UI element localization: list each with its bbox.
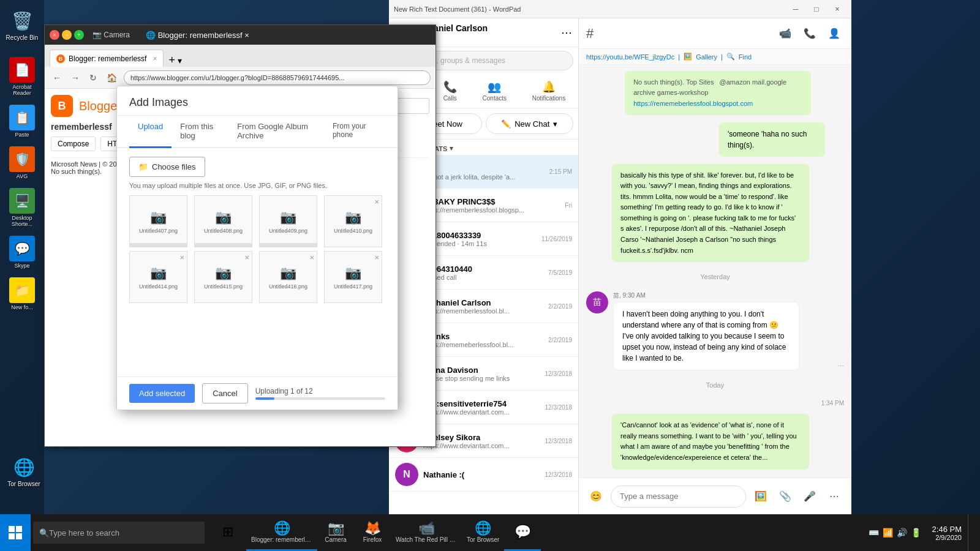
nav-notifications[interactable]: 🔔 Notifications	[526, 77, 571, 105]
minimize-btn[interactable]: ─	[786, 0, 805, 18]
tab-from-blog[interactable]: From this blog	[172, 116, 228, 148]
more-options-btn[interactable]: ⋯	[824, 487, 844, 506]
tab-upload[interactable]: Upload	[129, 116, 172, 148]
forward-btn[interactable]: →	[68, 71, 83, 84]
image-thumb-414[interactable]: 📷 Untitled414.png ×	[129, 251, 187, 303]
maximize-btn[interactable]: □	[807, 0, 826, 18]
emoji-btn[interactable]: 😊	[586, 487, 606, 506]
audio-btn[interactable]: 🎤	[800, 487, 820, 506]
compose-tab[interactable]: Compose	[51, 137, 96, 151]
desktop-sidebar: 🗑️ Recycle Bin 📄 Acrobat Reader 📋 Paste …	[0, 0, 44, 514]
tab-from-google[interactable]: From Google Album Archive	[228, 116, 324, 148]
remove-416-btn[interactable]: ×	[309, 253, 314, 262]
filename-416: Untitled416.png	[269, 283, 307, 290]
msg-received-1: I haven't been doing anything to you. I …	[613, 302, 799, 370]
chat-preview-406: Missed call	[423, 274, 543, 281]
camera-icon-408: 📷	[215, 209, 232, 225]
remove-417-btn[interactable]: ×	[374, 253, 379, 262]
msg-group-sent-3: basically his this type of shit. like' f…	[612, 164, 844, 263]
image-attach-btn[interactable]: 🖼️	[751, 487, 771, 506]
close-btn[interactable]: ×	[828, 0, 846, 18]
chat-name-406: +4064310440	[423, 264, 543, 274]
desktop-icon-tor-browser[interactable]: 🌐 Tor Browser	[2, 452, 45, 490]
tab-close-btn[interactable]: ×	[153, 54, 157, 63]
taskbar-time-date[interactable]: 2:46 PM 2/9/2020	[926, 525, 968, 541]
taskbar-app-video[interactable]: 📹 Watch The Red Pill 20...	[391, 514, 462, 551]
image-thumb-407[interactable]: 📷 Untitled407.png	[129, 195, 187, 247]
progress-bar-407	[130, 243, 187, 247]
chat-info-live: live:sensitiveterrie754 https://www.devi…	[423, 399, 540, 416]
taskbar-app-firefox[interactable]: 🦊 Firefox	[354, 514, 391, 551]
image-thumb-409[interactable]: 📷 Untitled409.png	[259, 195, 317, 247]
chat-time-nathaniel: 2/2/2019	[548, 303, 572, 310]
skype-more-btn[interactable]: ⋯	[561, 26, 572, 39]
taskbar-task-view[interactable]: ⊞	[209, 514, 246, 551]
taskbar-app-tor[interactable]: 🌐 Tor Browser	[462, 514, 504, 551]
taskbar-app-camera[interactable]: 📷 Camera	[317, 514, 354, 551]
received-options[interactable]: ⋯	[837, 362, 844, 370]
modal-title: Add Images	[117, 86, 398, 116]
tab-dropdown-btn[interactable]: ▾	[178, 56, 182, 66]
sidebar-app-desktop-shortcut[interactable]: 🖥️ Desktop Shorte...	[1, 186, 43, 230]
chat-link[interactable]: https://youtu.be/WFE_jlzgyDc	[586, 53, 674, 61]
video-icon: 📹	[418, 520, 435, 536]
show-desktop-btn[interactable]	[968, 514, 980, 551]
day-divider-yesterday: Yesterday	[586, 269, 844, 284]
sidebar-app-avg[interactable]: 🛡️ AVG	[1, 144, 43, 182]
chat-name-live: live:sensitiveterrie754	[423, 399, 540, 408]
active-tab[interactable]: B Blogger: rememberlessf ×	[50, 50, 164, 67]
blogger-link[interactable]: https://rememeberlessfool.blogspot.com	[633, 99, 802, 109]
chat-info-stonks: Stonks https://rememeberlessfool.bl...	[423, 332, 543, 348]
gallery-label[interactable]: Gallery	[696, 53, 717, 61]
remove-410-btn[interactable]: ×	[374, 197, 379, 206]
taskbar-app-edge[interactable]: 🌐 Blogger: rememberlessf	[246, 514, 317, 551]
chat-messages: No such thing(s). Top Sites @amazon mail…	[579, 65, 851, 478]
address-bar[interactable]	[124, 70, 431, 85]
chat-name-diana: Diana Davison	[423, 365, 540, 375]
sidebar-app-new-folder[interactable]: 📁 New fo...	[1, 275, 43, 313]
choose-files-icon: 📁	[138, 162, 148, 171]
avatar-nathanie: N	[395, 463, 418, 486]
sidebar-app-acrobat[interactable]: 📄 Acrobat Reader	[1, 54, 43, 99]
chat-message-input[interactable]	[611, 485, 746, 508]
add-person-btn[interactable]: 👤	[824, 24, 844, 43]
browser-maximize-btn[interactable]: +	[74, 30, 84, 40]
video-call-btn[interactable]: 📹	[775, 24, 795, 43]
voice-call-btn[interactable]: 📞	[800, 24, 820, 43]
image-thumb-417[interactable]: 📷 Untitled417.png ×	[324, 251, 382, 303]
image-thumb-416[interactable]: 📷 Untitled416.png ×	[259, 251, 317, 303]
image-thumb-410[interactable]: 📷 Untitled410.png ×	[324, 195, 382, 247]
refresh-btn[interactable]: ↻	[86, 71, 100, 84]
file-attach-btn[interactable]: 📎	[775, 487, 795, 506]
browser-close-btn[interactable]: ×	[50, 30, 59, 40]
start-button[interactable]	[0, 514, 31, 551]
image-thumb-408[interactable]: 📷 Untitled408.png	[194, 195, 252, 247]
taskbar-search[interactable]: 🔍 Type here to search	[33, 522, 205, 544]
sidebar-app-paste[interactable]: 📋 Paste	[1, 102, 43, 140]
find-label[interactable]: Find	[739, 53, 752, 61]
add-selected-btn[interactable]: Add selected	[129, 384, 195, 403]
desktop-icon-recycle-bin[interactable]: 🗑️ Recycle Bin	[1, 6, 43, 43]
taskbar: 🔍 Type here to search ⊞ 🌐 Blogger: remem…	[0, 514, 980, 551]
browser-minimize-btn[interactable]: −	[62, 30, 72, 40]
sidebar-app-skype[interactable]: 💬 Skype	[1, 233, 43, 271]
choose-files-btn[interactable]: 📁 Choose files	[129, 157, 205, 177]
back-btn[interactable]: ←	[50, 71, 64, 84]
msg-group-sent-4: 'Can/cannot' look at as 'evidence' of 'w…	[612, 414, 844, 469]
nav-calls[interactable]: 📞 Calls	[437, 77, 463, 105]
tab-from-phone[interactable]: From your phone	[324, 116, 385, 148]
image-thumb-415[interactable]: 📷 Untitled415.png ×	[194, 251, 252, 303]
new-chat-btn[interactable]: ✏️ New Chat ▾	[486, 113, 574, 134]
new-tab-btn[interactable]: +	[168, 54, 175, 67]
chat-item-nathanie[interactable]: N Nathanie :( 12/3/2018	[389, 458, 578, 492]
new-chat-icon: ✏️	[501, 119, 511, 129]
home-btn[interactable]: 🏠	[104, 71, 120, 84]
remove-415-btn[interactable]: ×	[244, 253, 249, 262]
taskbar-app-skype[interactable]: 💬	[504, 514, 541, 551]
remove-414-btn[interactable]: ×	[179, 253, 184, 262]
received-avatar: 苗	[586, 291, 608, 313]
blogger-wordmark: Blogger	[79, 99, 121, 113]
cancel-btn[interactable]: Cancel	[202, 383, 247, 403]
nav-contacts[interactable]: 👥 Contacts	[477, 77, 513, 105]
chat-info-nathaniel: Nathaniel Carlson https://rememberlessfo…	[423, 298, 543, 315]
